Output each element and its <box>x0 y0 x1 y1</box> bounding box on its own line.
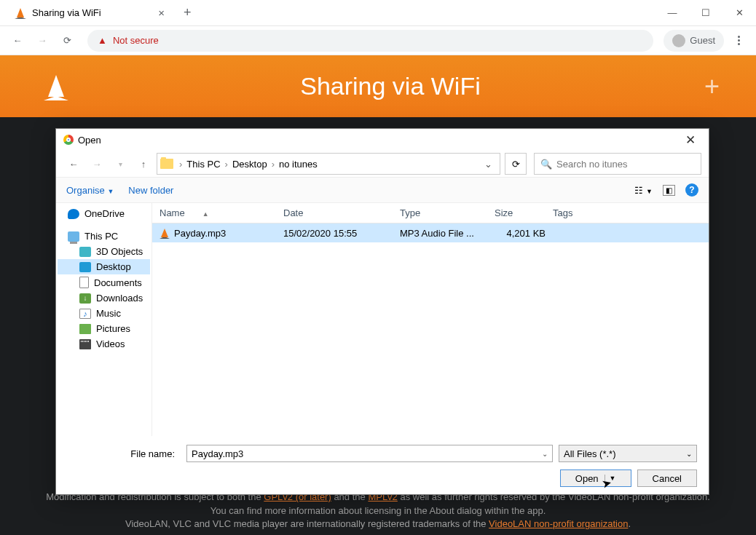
window-controls: — ☐ ✕ <box>655 0 756 26</box>
page-title: Sharing via WiFi <box>68 72 712 100</box>
sidebar-documents[interactable]: Documents <box>58 274 150 290</box>
vlc-header: Sharing via WiFi + <box>0 55 756 117</box>
reload-button[interactable]: ⟳ <box>57 31 77 51</box>
vlc-file-icon <box>160 227 170 239</box>
sidebar-downloads[interactable]: Downloads <box>58 290 150 306</box>
col-size[interactable]: Size <box>495 207 553 218</box>
tab-close-icon[interactable]: × <box>158 7 165 19</box>
maximize-button[interactable]: ☐ <box>689 0 722 26</box>
file-name: Payday.mp3 <box>174 228 226 239</box>
help-icon[interactable]: ? <box>685 183 698 197</box>
dialog-back-button[interactable]: ← <box>63 155 84 173</box>
crumb-dropdown-icon[interactable]: ⌄ <box>480 159 497 170</box>
col-name[interactable]: Name▲ <box>160 207 283 218</box>
search-icon: 🔍 <box>540 159 552 170</box>
search-placeholder: Search no itunes <box>556 159 628 170</box>
file-size: 4,201 KB <box>495 228 553 239</box>
browser-titlebar: Sharing via WiFi × + — ☐ ✕ <box>0 0 756 26</box>
view-options-button[interactable]: ☷ ▼ <box>634 185 653 196</box>
sidebar-onedrive[interactable]: OneDrive <box>58 206 150 221</box>
file-row[interactable]: Payday.mp3 15/02/2020 15:55 MP3 Audio Fi… <box>152 223 709 242</box>
thispc-icon <box>68 231 79 242</box>
videos-icon <box>79 339 91 349</box>
browser-menu-button[interactable] <box>728 31 749 51</box>
dialog-title: Open <box>78 135 101 146</box>
sidebar-3dobjects[interactable]: 3D Objects <box>58 244 150 259</box>
add-button[interactable]: + <box>704 71 720 102</box>
dialog-refresh-button[interactable]: ⟳ <box>505 153 527 175</box>
dialog-recent-dropdown[interactable]: ▾ <box>110 155 130 173</box>
cancel-button[interactable]: Cancel <box>637 469 697 487</box>
pictures-icon <box>79 324 91 334</box>
filename-dropdown-icon[interactable]: ⌄ <box>542 450 548 458</box>
dialog-nav: ← → ▾ ↑ › This PC › Desktop › no itunes … <box>56 151 709 177</box>
sidebar-pictures[interactable]: Pictures <box>58 321 150 336</box>
onedrive-icon <box>68 209 79 219</box>
filename-input[interactable]: Payday.mp3 ⌄ <box>186 445 553 462</box>
downloads-icon <box>79 293 91 304</box>
dialog-forward-button[interactable]: → <box>87 155 107 173</box>
dialog-up-button[interactable]: ↑ <box>133 155 154 173</box>
file-type: MP3 Audio File ... <box>400 228 495 239</box>
tab-title: Sharing via WiFi <box>32 7 101 18</box>
3dobjects-icon <box>79 247 91 257</box>
folder-icon <box>160 159 173 169</box>
sidebar-music[interactable]: Music <box>58 306 150 321</box>
sort-asc-icon: ▲ <box>202 210 209 218</box>
file-open-dialog: Open ✕ ← → ▾ ↑ › This PC › Desktop › no … <box>55 128 709 495</box>
new-folder-button[interactable]: New folder <box>128 185 173 196</box>
not-secure-icon: ▲ <box>98 35 107 46</box>
crumb-thispc[interactable]: This PC <box>185 157 221 171</box>
sidebar-videos[interactable]: Videos <box>58 336 150 352</box>
dialog-sidebar: OneDrive This PC 3D Objects Desktop Docu… <box>56 203 152 436</box>
vlc-cone-icon <box>15 7 26 19</box>
music-icon <box>79 309 91 319</box>
documents-icon <box>79 277 89 288</box>
not-secure-label: Not secure <box>113 35 159 46</box>
file-date: 15/02/2020 15:55 <box>283 228 400 239</box>
dialog-titlebar: Open ✕ <box>56 129 709 151</box>
col-tags[interactable]: Tags <box>553 207 572 218</box>
guest-profile-button[interactable]: Guest <box>664 30 724 52</box>
sidebar-desktop[interactable]: Desktop <box>58 259 150 274</box>
browser-toolbar: ← → ⟳ ▲ Not secure Guest <box>0 26 756 55</box>
browser-tab[interactable]: Sharing via WiFi × <box>6 1 173 25</box>
close-window-button[interactable]: ✕ <box>722 0 756 26</box>
filename-label: File name: <box>68 448 181 459</box>
crumb-desktop[interactable]: Desktop <box>231 157 269 171</box>
minimize-button[interactable]: — <box>655 0 689 26</box>
filter-select[interactable]: All Files (*.*) ⌄ <box>559 445 697 462</box>
col-date[interactable]: Date <box>283 207 400 218</box>
filter-dropdown-icon: ⌄ <box>686 450 692 458</box>
column-headers: Name▲ Date Type Size Tags <box>152 203 709 223</box>
col-type[interactable]: Type <box>400 207 495 218</box>
dialog-search-input[interactable]: 🔍 Search no itunes <box>534 153 701 175</box>
open-button[interactable]: Open ▼ <box>560 469 631 487</box>
crumb-noitunes[interactable]: no itunes <box>277 157 319 171</box>
desktop-icon <box>79 262 91 272</box>
vlc-logo-icon <box>44 73 68 100</box>
videolan-link[interactable]: VideoLAN non-profit organization <box>489 518 628 529</box>
preview-pane-button[interactable]: ◧ <box>663 185 675 196</box>
file-list: Name▲ Date Type Size Tags Payday.mp3 15/… <box>152 203 709 436</box>
organise-menu[interactable]: Organise ▼ <box>66 185 114 196</box>
chrome-icon <box>63 135 74 145</box>
new-tab-button[interactable]: + <box>178 2 197 23</box>
sidebar-thispc[interactable]: This PC <box>58 229 150 244</box>
guest-label: Guest <box>690 35 715 46</box>
address-bar[interactable]: ▲ Not secure <box>87 30 653 52</box>
profile-icon <box>672 34 685 47</box>
breadcrumb[interactable]: › This PC › Desktop › no itunes ⌄ <box>157 153 500 175</box>
dialog-toolbar: Organise ▼ New folder ☷ ▼ ◧ ? <box>56 177 709 203</box>
back-button[interactable]: ← <box>7 31 28 51</box>
forward-button[interactable]: → <box>32 31 52 51</box>
dialog-close-button[interactable]: ✕ <box>680 131 701 149</box>
